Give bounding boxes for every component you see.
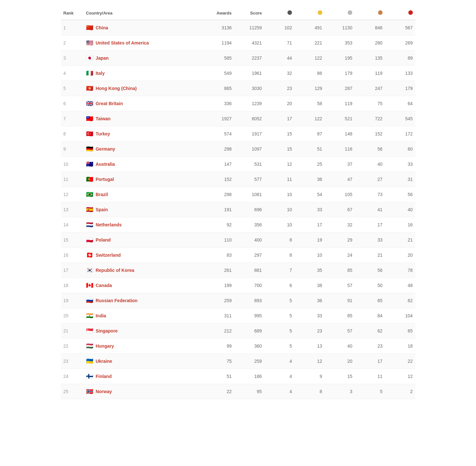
country-flag: 🇨🇭 bbox=[86, 252, 93, 258]
country-name[interactable]: Hungary bbox=[96, 343, 114, 349]
table-row: 16 🇨🇭 Switzerland 83 297 8 10 24 21 20 bbox=[61, 248, 415, 263]
medal2-cell: 12 bbox=[295, 354, 325, 369]
table-row: 15 🇵🇱 Poland 110 400 8 19 29 33 21 bbox=[61, 233, 415, 248]
country-cell: 🇷🇺 Russian Federation bbox=[83, 293, 204, 308]
country-flag: 🇹🇷 bbox=[86, 131, 93, 137]
rank-cell: 19 bbox=[61, 293, 83, 308]
country-name[interactable]: Hong Kong (China) bbox=[96, 86, 137, 91]
score-cell: 4321 bbox=[234, 35, 265, 51]
country-name[interactable]: Russian Federation bbox=[96, 298, 138, 303]
medal3-cell: 57 bbox=[325, 323, 355, 339]
country-name[interactable]: Brazil bbox=[96, 192, 108, 197]
country-name[interactable]: India bbox=[96, 313, 106, 318]
country-name[interactable]: Republic of Korea bbox=[96, 268, 134, 273]
rankings-table-container: Rank Country/Area Awards Score bbox=[61, 6, 415, 399]
country-flag: 🇵🇱 bbox=[86, 237, 93, 243]
awards-cell: 574 bbox=[204, 126, 234, 142]
awards-cell: 83 bbox=[204, 248, 234, 263]
country-name[interactable]: Australia bbox=[96, 162, 115, 167]
medal3-cell: 353 bbox=[325, 35, 355, 51]
country-flag: 🇪🇸 bbox=[86, 207, 93, 213]
table-row: 24 🇫🇮 Finland 51 186 4 9 15 11 12 bbox=[61, 369, 415, 384]
medal2-cell: 87 bbox=[295, 126, 325, 142]
awards-cell: 311 bbox=[204, 308, 234, 323]
medal1-cell: 23 bbox=[264, 81, 295, 96]
country-name[interactable]: Netherlands bbox=[96, 222, 122, 227]
country-name[interactable]: Spain bbox=[96, 207, 108, 212]
country-flag: 🇦🇺 bbox=[86, 161, 93, 167]
awards-cell: 298 bbox=[204, 187, 234, 202]
country-name[interactable]: Italy bbox=[96, 71, 105, 76]
country-flag: 🇳🇴 bbox=[86, 389, 93, 394]
country-cell: 🇨🇭 Switzerland bbox=[83, 248, 204, 263]
medal5-cell: 172 bbox=[385, 126, 415, 142]
country-name[interactable]: United States of America bbox=[96, 40, 149, 45]
medal5-cell: 104 bbox=[385, 308, 415, 323]
country-flag: 🇨🇦 bbox=[86, 283, 93, 288]
medal2-cell: 33 bbox=[295, 202, 325, 217]
country-name[interactable]: Germany bbox=[96, 146, 115, 152]
country-flag: 🇨🇳 bbox=[86, 25, 93, 31]
country-name[interactable]: Poland bbox=[96, 237, 111, 243]
medal3-cell: 15 bbox=[325, 369, 355, 384]
awards-cell: 51 bbox=[204, 369, 234, 384]
country-name[interactable]: Taiwan bbox=[96, 116, 111, 121]
score-cell: 577 bbox=[234, 172, 265, 187]
medal3-cell: 1130 bbox=[325, 20, 355, 35]
country-cell: 🇳🇱 Netherlands bbox=[83, 217, 204, 233]
awards-cell: 865 bbox=[204, 81, 234, 96]
country-flag: 🇰🇷 bbox=[86, 267, 93, 273]
score-cell: 689 bbox=[234, 323, 265, 339]
country-name[interactable]: China bbox=[96, 25, 108, 30]
medal5-cell: 16 bbox=[385, 217, 415, 233]
country-name[interactable]: Great Britain bbox=[96, 101, 123, 106]
medal1-cell: 6 bbox=[264, 278, 295, 293]
country-cell: 🇳🇴 Norway bbox=[83, 384, 204, 399]
table-row: 25 🇳🇴 Norway 22 95 4 8 3 5 2 bbox=[61, 384, 415, 399]
medal3-cell: 67 bbox=[325, 202, 355, 217]
medal2-cell: 35 bbox=[295, 263, 325, 278]
rank-cell: 10 bbox=[61, 157, 83, 172]
medal5-cell: 18 bbox=[385, 339, 415, 354]
country-name[interactable]: Canada bbox=[96, 283, 112, 288]
medal3-cell: 40 bbox=[325, 339, 355, 354]
table-row: 14 🇳🇱 Netherlands 92 356 10 17 32 17 16 bbox=[61, 217, 415, 233]
medal5-cell: 33 bbox=[385, 157, 415, 172]
country-cell: 🇹🇼 Taiwan bbox=[83, 111, 204, 126]
country-header: Country/Area bbox=[83, 6, 204, 20]
country-name[interactable]: Singapore bbox=[96, 328, 118, 333]
country-name[interactable]: Norway bbox=[96, 389, 112, 394]
awards-cell: 1927 bbox=[204, 111, 234, 126]
country-cell: 🇸🇬 Singapore bbox=[83, 323, 204, 339]
country-name[interactable]: Turkey bbox=[96, 131, 110, 136]
awards-cell: 259 bbox=[204, 293, 234, 308]
table-row: 21 🇸🇬 Singapore 212 689 5 23 57 62 65 bbox=[61, 323, 415, 339]
country-name[interactable]: Switzerland bbox=[96, 253, 121, 258]
medal4-cell: 722 bbox=[355, 111, 385, 126]
medal2-cell: 8 bbox=[295, 384, 325, 399]
medal1-cell: 4 bbox=[264, 384, 295, 399]
medal2-cell: 129 bbox=[295, 81, 325, 96]
medal5-cell: 12 bbox=[385, 369, 415, 384]
country-cell: 🇵🇱 Poland bbox=[83, 233, 204, 248]
medal4-cell: 11 bbox=[355, 369, 385, 384]
medal4-cell: 17 bbox=[355, 354, 385, 369]
country-name[interactable]: Portugal bbox=[96, 177, 114, 182]
rank-cell: 20 bbox=[61, 308, 83, 323]
table-row: 3 🇯🇵 Japan 585 2237 44 122 195 135 89 bbox=[61, 51, 415, 66]
medal3-cell: 287 bbox=[325, 81, 355, 96]
medal4-cell: 17 bbox=[355, 217, 385, 233]
score-cell: 95 bbox=[234, 384, 265, 399]
medal2-cell: 13 bbox=[295, 339, 325, 354]
medal5-cell: 31 bbox=[385, 172, 415, 187]
country-name[interactable]: Japan bbox=[96, 55, 109, 61]
medal5-cell: 60 bbox=[385, 142, 415, 157]
rank-cell: 18 bbox=[61, 278, 83, 293]
country-name[interactable]: Ukraine bbox=[96, 359, 112, 364]
country-flag: 🇭🇺 bbox=[86, 343, 93, 349]
country-cell: 🇭🇺 Hungary bbox=[83, 339, 204, 354]
table-row: 7 🇹🇼 Taiwan 1927 6052 17 122 521 722 545 bbox=[61, 111, 415, 126]
medal4-cell: 21 bbox=[355, 248, 385, 263]
country-name[interactable]: Finland bbox=[96, 374, 112, 379]
country-flag: 🇳🇱 bbox=[86, 222, 93, 228]
